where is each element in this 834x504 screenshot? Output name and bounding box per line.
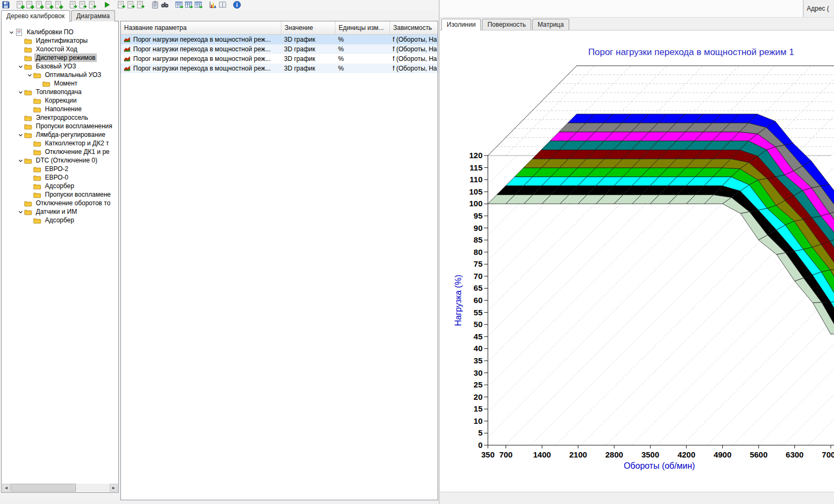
column-header-dependency[interactable]: Зависимость [390,21,438,34]
x-axis-title: Обороты (об/мин) [624,461,695,470]
folder-icon [33,182,42,190]
table-row[interactable]: Порог нагрузки перехода в мощностной реж… [121,44,438,54]
cell-param-value: 3D график [281,64,335,73]
clipboard-button[interactable] [150,1,160,10]
svg-text:110: 110 [470,175,483,184]
scrollbar-track[interactable] [10,484,110,492]
chevron-down-icon[interactable] [17,208,24,215]
column-header-name[interactable]: Название параметра [121,21,281,34]
chart-button[interactable] [208,1,218,10]
import-button-3[interactable] [136,1,146,10]
import-button-1[interactable] [117,1,126,10]
tree-item[interactable]: Пропуски воспламенения [2,122,118,130]
tree-item[interactable]: Идентификаторы [2,36,118,45]
svg-text:115: 115 [470,163,483,172]
chevron-down-icon[interactable] [7,28,15,36]
run-button[interactable] [102,1,112,10]
table-button-3[interactable] [194,1,203,10]
tree-item[interactable]: Адсорбер [2,216,118,224]
tree-item[interactable]: Электродроссель [2,113,118,122]
tree-item[interactable]: Диспетчер режимов [2,53,118,62]
tab-isolines[interactable]: Изолинии [441,19,481,30]
tree-item[interactable]: Коррекции [2,96,118,105]
table-button-1[interactable] [174,1,184,10]
export-button-3[interactable] [88,1,97,10]
tab-matrix[interactable]: Матрица [532,19,569,30]
save-button[interactable] [1,1,11,10]
folder-icon [24,199,33,207]
scroll-left-button[interactable]: ◀ [2,484,10,492]
tree-item[interactable]: Катколлектор и ДК2 т [2,139,118,148]
tree-item[interactable]: Лямбда-регулирование [2,130,118,139]
tree-item[interactable]: Базовый УОЗ [2,62,118,71]
svg-text:1400: 1400 [533,450,551,459]
tree-item[interactable]: ЕВРО-0 [2,173,118,182]
report-button[interactable] [218,1,227,10]
info-button[interactable] [232,1,242,10]
column-header-value[interactable]: Значение [281,21,335,34]
scroll-right-button[interactable]: ▶ [110,484,118,492]
tree-item[interactable]: Отключение ДК1 и ре [2,148,118,156]
tree-item[interactable]: Момент [2,79,118,88]
chevron-spacer [35,80,42,87]
add-button-2[interactable] [25,1,35,10]
svg-text:2800: 2800 [606,450,623,459]
app-root: Дерево калибровокДиаграмма Калибровки ПО… [0,0,834,504]
tab-calibration-tree[interactable]: Дерево калибровок [1,10,70,22]
cell-param-units: % [335,64,390,73]
table-row[interactable]: Порог нагрузки перехода в мощностной реж… [121,35,438,44]
toolbar-separator [11,1,16,9]
chevron-down-icon[interactable] [17,63,24,70]
tab-surface[interactable]: Поверхность [482,19,531,30]
add-button-4[interactable] [44,1,54,10]
tree-item[interactable]: Топливоподача [2,88,118,96]
info-icon [233,1,241,9]
tree-item[interactable]: Адсорбер [2,182,118,190]
tree-item[interactable]: Датчики и ИМ [2,207,118,216]
chart-icon [209,1,217,9]
add-button-1[interactable] [16,1,25,10]
svg-text:30: 30 [473,368,483,377]
chart-title: Порог нагрузки перехода в мощностной реж… [588,47,794,57]
chevron-down-icon[interactable] [17,131,24,138]
export-button-1[interactable] [68,1,78,10]
export-button-2[interactable] [78,1,88,10]
document-icon [15,28,24,36]
svg-text:0: 0 [478,440,483,449]
chevron-down-icon[interactable] [17,157,24,164]
tree-item-label: Отключение оборотов то [34,199,112,207]
chevron-down-icon[interactable] [26,71,33,79]
tree-item[interactable]: Наполнение [2,105,118,113]
tree-item[interactable]: Холостой Ход [2,45,118,53]
toolbar-separator [97,1,102,9]
table-row[interactable]: Порог нагрузки перехода в мощностной реж… [121,64,438,73]
svg-text:5: 5 [478,428,483,437]
tree-item[interactable]: ЕВРО-2 [2,165,118,173]
tree-item[interactable]: Пропуски воспламене [2,190,118,199]
column-header-units[interactable]: Единицы изм... [335,21,390,34]
tree-item-label: Отключение ДК1 и ре [43,148,111,156]
folder-icon [24,208,33,216]
folder-icon [24,122,32,130]
svg-text:4200: 4200 [677,450,695,459]
folder-icon [24,45,33,53]
import-button-2[interactable] [126,1,136,10]
table-row[interactable]: Порог нагрузки перехода в мощностной реж… [121,54,438,64]
tree-item[interactable]: Отключение оборотов то [2,199,118,207]
save-icon [2,1,10,9]
y-axis-title: Нагрузка (%) [454,275,463,326]
tree-item[interactable]: Калибровки ПО [2,28,118,36]
table-button-2[interactable] [184,1,194,10]
toolbar-separator [146,1,150,9]
tree-horizontal-scrollbar[interactable]: ◀ ▶ [2,484,118,492]
tree-item[interactable]: DTC (Отключение 0) [2,156,118,165]
add-button-5[interactable] [54,1,64,10]
tree-item[interactable]: Оптимальный УОЗ [2,71,118,79]
chevron-spacer [17,114,24,121]
add-button-3[interactable] [35,1,44,10]
address-field-fragment[interactable]: Адрес ( [803,0,834,17]
scrollbar-thumb[interactable] [11,484,76,492]
tab-diagram[interactable]: Диаграмма [71,10,115,21]
search-button[interactable] [160,1,170,10]
chevron-down-icon[interactable] [17,88,24,96]
